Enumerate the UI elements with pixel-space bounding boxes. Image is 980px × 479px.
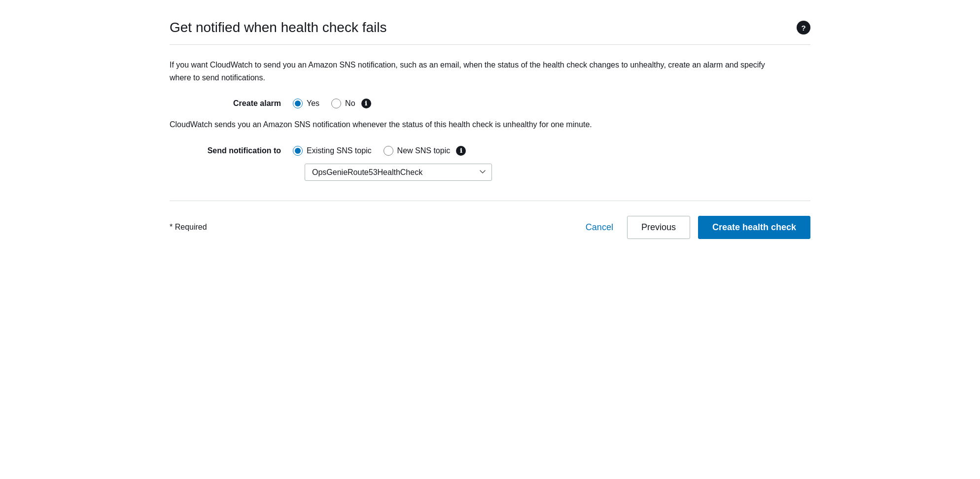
button-group: Cancel Previous Create health check xyxy=(580,216,810,239)
previous-button[interactable]: Previous xyxy=(627,216,690,239)
create-alarm-options: Yes No ℹ xyxy=(293,99,371,108)
section-title: Get notified when health check fails xyxy=(170,20,386,35)
sns-topic-dropdown[interactable]: OpsGenieRoute53HealthCheck xyxy=(305,164,492,181)
footer-row: * Required Cancel Previous Create health… xyxy=(170,216,810,239)
existing-sns-label[interactable]: Existing SNS topic xyxy=(307,146,372,155)
create-alarm-no-radio[interactable] xyxy=(331,99,341,108)
existing-sns-option[interactable]: Existing SNS topic xyxy=(293,146,372,156)
sns-topic-dropdown-wrapper: OpsGenieRoute53HealthCheck xyxy=(305,164,810,181)
no-info-icon[interactable]: ℹ xyxy=(361,99,371,108)
required-text: * Required xyxy=(170,223,207,232)
create-alarm-label: Create alarm xyxy=(170,99,293,108)
help-icon[interactable]: ? xyxy=(797,21,810,34)
new-sns-info-icon[interactable]: ℹ xyxy=(456,146,466,156)
create-alarm-no-label[interactable]: No xyxy=(345,99,355,108)
cloudwatch-note: CloudWatch sends you an Amazon SNS notif… xyxy=(170,118,786,131)
notification-options: Existing SNS topic New SNS topic ℹ xyxy=(293,146,466,156)
new-sns-radio[interactable] xyxy=(384,146,393,156)
section-divider xyxy=(170,201,810,201)
notification-top: Send notification to Existing SNS topic … xyxy=(170,146,810,156)
create-alarm-no-option[interactable]: No ℹ xyxy=(331,99,371,108)
new-sns-option[interactable]: New SNS topic ℹ xyxy=(384,146,466,156)
create-alarm-yes-label[interactable]: Yes xyxy=(307,99,319,108)
create-health-check-button[interactable]: Create health check xyxy=(698,216,810,239)
create-alarm-yes-option[interactable]: Yes xyxy=(293,99,319,108)
description-text: If you want CloudWatch to send you an Am… xyxy=(170,59,786,84)
create-alarm-yes-radio[interactable] xyxy=(293,99,303,108)
create-alarm-row: Create alarm Yes No ℹ xyxy=(170,99,810,108)
existing-sns-radio[interactable] xyxy=(293,146,303,156)
notification-row: Send notification to Existing SNS topic … xyxy=(170,146,810,181)
cancel-button[interactable]: Cancel xyxy=(580,217,619,238)
send-notification-label: Send notification to xyxy=(170,146,293,155)
new-sns-label[interactable]: New SNS topic xyxy=(397,146,451,155)
